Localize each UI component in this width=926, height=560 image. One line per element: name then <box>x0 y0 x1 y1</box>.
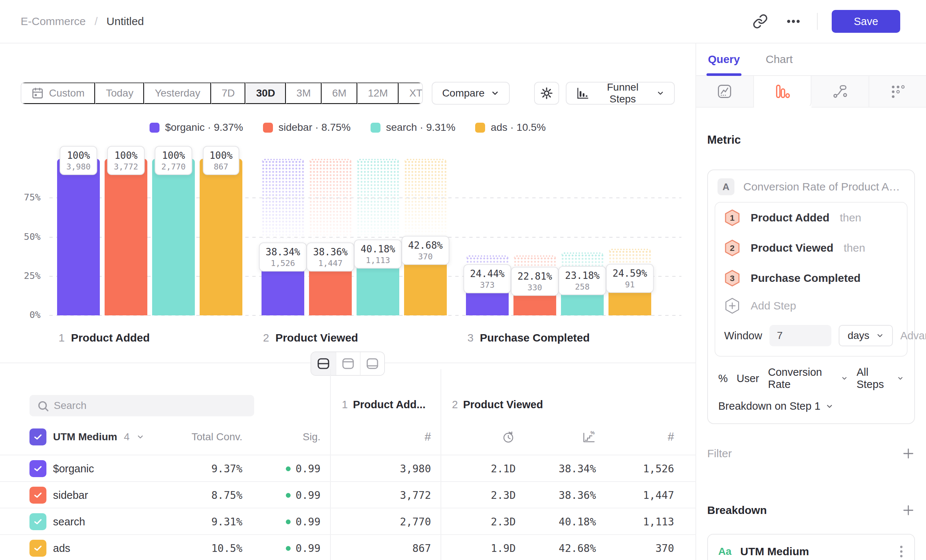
bar-pct-label: 100% <box>161 149 186 162</box>
chart-settings-button[interactable] <box>534 82 560 104</box>
query-panel: Query Chart <box>695 44 926 560</box>
advanced-toggle[interactable]: Advanced <box>900 330 926 342</box>
sig-dot-icon <box>286 546 291 551</box>
add-step-button[interactable]: Add Step <box>715 293 907 318</box>
breakdown-item[interactable]: AaUTM Medium <box>707 534 915 560</box>
chevron-down-icon <box>136 433 144 441</box>
more-menu-button[interactable] <box>784 12 803 31</box>
search-input[interactable] <box>29 395 254 416</box>
report-tab-retention[interactable] <box>869 76 926 107</box>
sig-dot-icon <box>286 466 291 471</box>
breakdown-on-select[interactable]: Breakdown on Step 1 <box>708 392 914 423</box>
check-icon <box>33 516 43 527</box>
report-tab-funnels[interactable] <box>754 76 812 107</box>
row-total-conv: 10.5% <box>212 535 242 560</box>
legend-label: search · 9.31% <box>386 121 455 133</box>
legend-item[interactable]: search · 9.31% <box>371 121 455 133</box>
step1-count-column-header[interactable]: # <box>425 422 431 452</box>
funnel-bar-$organic-step1[interactable] <box>57 159 100 315</box>
hexagon-step-icon: 3 <box>724 269 740 287</box>
kebab-icon[interactable] <box>899 545 904 558</box>
legend-item[interactable]: ads · 10.5% <box>475 121 546 133</box>
group-by-control[interactable]: UTM Medium 4 <box>29 422 144 452</box>
date-range-today[interactable]: Today <box>95 83 144 104</box>
breakdown-item-label: UTM Medium <box>740 545 809 558</box>
hexagon-step-icon: 1 <box>724 209 740 227</box>
funnel-step-label: 2Product Viewed <box>263 331 358 344</box>
legend-item[interactable]: $organic · 9.37% <box>150 121 243 133</box>
funnel-bar-search-step1[interactable] <box>152 159 195 315</box>
hash-icon: # <box>425 430 431 443</box>
measure-entity[interactable]: User <box>737 372 759 384</box>
row-checkbox[interactable] <box>29 540 46 557</box>
step-number: 2 <box>263 331 269 344</box>
table-row-search[interactable]: search9.31%0.992,7702.3D40.18%1,113 <box>0 508 695 534</box>
bar-value-tooltip: 22.81%330 <box>511 267 559 296</box>
row-sig: 0.99 <box>286 509 321 535</box>
step2-count-column-header[interactable]: # <box>668 422 674 452</box>
conv-rate-column-header[interactable]: % <box>581 422 596 452</box>
date-range-6m[interactable]: 6M <box>322 83 357 104</box>
avg-time-column-header[interactable] <box>501 422 516 452</box>
tab-chart[interactable]: Chart <box>766 43 793 76</box>
share-link-button[interactable] <box>750 12 770 31</box>
query-step-2[interactable]: 2Product Viewedthen <box>715 233 907 263</box>
hexagon-step-icon: 2 <box>724 239 740 257</box>
table-row-sidebar[interactable]: sidebar8.75%0.993,7722.3D38.36%1,447 <box>0 481 695 508</box>
breadcrumb-title[interactable]: Untitled <box>106 15 144 28</box>
table-row-organic[interactable]: $organic9.37%0.993,9802.1D38.34%1,526 <box>0 455 695 481</box>
sig-column-header[interactable]: Sig. <box>303 422 321 452</box>
date-range-12m[interactable]: 12M <box>357 83 398 104</box>
breadcrumb-project[interactable]: E-Commerce <box>21 15 86 28</box>
funnel-step-label: 1Product Added <box>59 331 150 344</box>
metric-title-row[interactable]: A Conversion Rate of Product Adde... <box>708 170 914 200</box>
funnel-bar-sidebar-step1[interactable] <box>104 159 147 315</box>
insights-icon <box>716 83 732 100</box>
y-axis-tick: 75% <box>3 192 41 203</box>
date-range-30d[interactable]: 30D <box>245 83 286 104</box>
legend-label: $organic · 9.37% <box>165 121 243 133</box>
date-range-yesterday[interactable]: Yesterday <box>144 83 211 104</box>
add-filter-button[interactable] <box>902 447 915 460</box>
legend-label: ads · 10.5% <box>491 121 546 133</box>
funnel-bar-ads-step1[interactable] <box>200 159 242 315</box>
query-step-name: Purchase Completed <box>750 272 861 285</box>
time-to-convert-icon <box>501 430 516 444</box>
measure-scope-select[interactable]: All Steps <box>856 366 904 390</box>
bar-pct-label: 100% <box>210 149 233 162</box>
metric-card: A Conversion Rate of Product Adde... 1Pr… <box>707 170 915 424</box>
row-checkbox[interactable] <box>29 460 46 477</box>
date-range-7d[interactable]: 7D <box>211 83 246 104</box>
compare-button[interactable]: Compare <box>432 82 509 104</box>
row-label: search <box>53 509 85 535</box>
bar-count-label: 373 <box>470 280 505 290</box>
row-checkbox[interactable] <box>29 487 46 504</box>
bar-pct-label: 24.59% <box>613 267 647 280</box>
save-button[interactable]: Save <box>832 10 900 33</box>
legend-item[interactable]: sidebar · 8.75% <box>263 121 351 133</box>
legend-label: sidebar · 8.75% <box>278 121 351 133</box>
chart-type-button[interactable]: Funnel Steps <box>566 82 675 104</box>
bar-count-label: 1,526 <box>266 258 300 268</box>
measure-metric-select[interactable]: Conversion Rate <box>768 366 847 390</box>
report-tab-insights[interactable] <box>696 76 754 107</box>
bar-value-tooltip: 38.34%1,526 <box>259 242 307 271</box>
metric-heading: Metric <box>707 133 915 147</box>
query-step-1[interactable]: 1Product Addedthen <box>715 203 907 233</box>
add-breakdown-button[interactable] <box>902 504 915 517</box>
report-tab-flows[interactable] <box>811 76 869 107</box>
bar-pct-label: 100% <box>66 149 91 162</box>
window-value-input[interactable] <box>769 325 831 346</box>
window-unit-select[interactable]: days <box>839 325 893 346</box>
select-all-checkbox[interactable] <box>29 428 46 445</box>
row-checkbox[interactable] <box>29 513 46 530</box>
date-range-3m[interactable]: 3M <box>286 83 322 104</box>
tab-query[interactable]: Query <box>708 43 740 76</box>
table-row-ads[interactable]: ads10.5%0.998671.9D42.68%370 <box>0 534 695 560</box>
query-step-3[interactable]: 3Purchase Completed <box>715 263 907 293</box>
total-conv-column-header[interactable]: Total Conv. <box>192 422 242 452</box>
check-icon <box>33 543 43 553</box>
date-range-xtd[interactable]: XTD <box>398 83 423 104</box>
date-range-custom[interactable]: Custom <box>21 83 95 104</box>
bar-value-tooltip: 100%3,772 <box>107 146 145 175</box>
